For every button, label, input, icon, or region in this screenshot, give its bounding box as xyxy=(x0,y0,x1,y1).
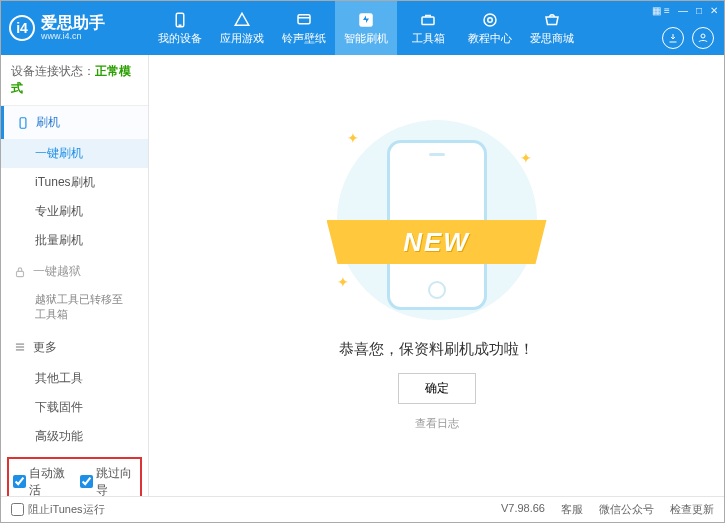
sidebar-item-advanced[interactable]: 高级功能 xyxy=(1,422,148,451)
close-icon[interactable]: ✕ xyxy=(710,5,718,16)
minimize-icon[interactable]: — xyxy=(678,5,688,16)
check-block-itunes[interactable]: 阻止iTunes运行 xyxy=(11,502,105,517)
nav-store[interactable]: 爱思商城 xyxy=(521,1,583,55)
sidebar-cat-jailbreak[interactable]: 一键越狱 xyxy=(1,255,148,288)
maximize-icon[interactable]: □ xyxy=(696,5,702,16)
nav-ringtones[interactable]: 铃声壁纸 xyxy=(273,1,335,55)
menu-icon[interactable]: ▦ ≡ xyxy=(652,5,670,16)
logo-block: i4 爱思助手 www.i4.cn xyxy=(9,14,149,41)
nav-toolbox[interactable]: 工具箱 xyxy=(397,1,459,55)
sidebar-item-download[interactable]: 下载固件 xyxy=(1,393,148,422)
svg-rect-2 xyxy=(298,14,310,23)
ok-button[interactable]: 确定 xyxy=(398,373,476,404)
new-ribbon: NEW xyxy=(327,220,547,264)
svg-point-5 xyxy=(484,14,496,26)
success-message: 恭喜您，保资料刷机成功啦！ xyxy=(339,340,534,359)
sidebar-cat-more[interactable]: 更多 xyxy=(1,331,148,364)
lock-icon xyxy=(13,265,27,279)
connection-status: 设备连接状态：正常模式 xyxy=(1,55,148,106)
sidebar-cat-flash[interactable]: 刷机 xyxy=(1,106,148,139)
version-label: V7.98.66 xyxy=(501,502,545,517)
sidebar-item-oneclick[interactable]: 一键刷机 xyxy=(1,139,148,168)
svg-rect-8 xyxy=(20,117,26,128)
footer-link-update[interactable]: 检查更新 xyxy=(670,502,714,517)
footer: 阻止iTunes运行 V7.98.66 客服 微信公众号 检查更新 xyxy=(1,496,724,522)
footer-link-support[interactable]: 客服 xyxy=(561,502,583,517)
nav-flash[interactable]: 智能刷机 xyxy=(335,1,397,55)
sidebar-item-other[interactable]: 其他工具 xyxy=(1,364,148,393)
svg-point-6 xyxy=(488,17,493,22)
view-log-link[interactable]: 查看日志 xyxy=(415,416,459,431)
success-illustration: NEW ✦ ✦ ✦ xyxy=(337,120,537,320)
check-auto-activate[interactable]: 自动激活 xyxy=(13,465,70,496)
svg-rect-4 xyxy=(422,17,434,25)
jailbreak-note: 越狱工具已转移至 工具箱 xyxy=(1,288,148,331)
app-name: 爱思助手 xyxy=(41,14,105,32)
nav-apps[interactable]: 应用游戏 xyxy=(211,1,273,55)
options-highlight: 自动激活 跳过向导 xyxy=(7,457,142,496)
nav-my-device[interactable]: 我的设备 xyxy=(149,1,211,55)
window-controls: ▦ ≡ — □ ✕ xyxy=(652,5,718,16)
app-header: i4 爱思助手 www.i4.cn 我的设备 应用游戏 铃声壁纸 智能刷机 工具… xyxy=(1,1,724,55)
sidebar-item-batch[interactable]: 批量刷机 xyxy=(1,226,148,255)
app-url: www.i4.cn xyxy=(41,32,105,42)
check-skip-guide[interactable]: 跳过向导 xyxy=(80,465,137,496)
nav-tutorials[interactable]: 教程中心 xyxy=(459,1,521,55)
main-nav: 我的设备 应用游戏 铃声壁纸 智能刷机 工具箱 教程中心 爱思商城 xyxy=(149,1,583,55)
sidebar: 设备连接状态：正常模式 刷机 一键刷机 iTunes刷机 专业刷机 批量刷机 一… xyxy=(1,55,149,496)
download-icon[interactable] xyxy=(662,27,684,49)
logo-icon: i4 xyxy=(9,15,35,41)
sidebar-item-pro[interactable]: 专业刷机 xyxy=(1,197,148,226)
user-icon[interactable] xyxy=(692,27,714,49)
menu-lines-icon xyxy=(13,340,27,354)
phone-icon xyxy=(16,116,30,130)
svg-rect-9 xyxy=(17,271,24,276)
svg-point-7 xyxy=(701,34,705,38)
main-content: NEW ✦ ✦ ✦ 恭喜您，保资料刷机成功啦！ 确定 查看日志 xyxy=(149,55,724,496)
footer-link-wechat[interactable]: 微信公众号 xyxy=(599,502,654,517)
sidebar-item-itunes[interactable]: iTunes刷机 xyxy=(1,168,148,197)
